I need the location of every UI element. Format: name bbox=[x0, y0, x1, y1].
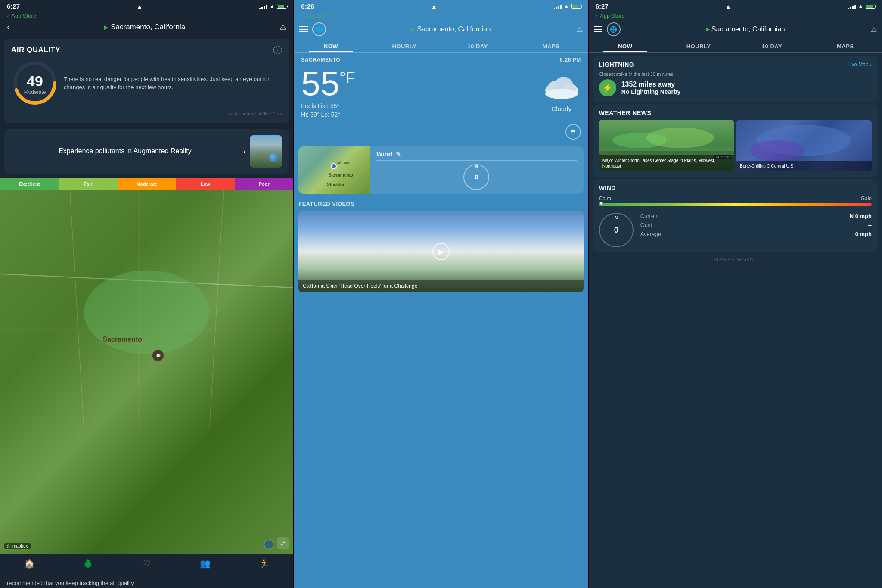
ar-text: Experience pollutants in Augmented Reali… bbox=[11, 146, 239, 156]
average-stat-row: Average 0 mph bbox=[640, 231, 872, 237]
wind-bar-wrap bbox=[599, 203, 872, 206]
nav-activity[interactable]: 🏃 bbox=[235, 558, 293, 569]
live-map-link[interactable]: Live Map › bbox=[848, 62, 872, 68]
news-title: WEATHER NEWS bbox=[599, 109, 872, 116]
tab-10day-3[interactable]: 10 DAY bbox=[735, 40, 808, 52]
gust-label: Gust bbox=[640, 222, 652, 228]
wind-compass: N 0 bbox=[599, 213, 634, 247]
svg-line-6 bbox=[210, 190, 224, 428]
alert-icon-3[interactable]: ⚠ bbox=[871, 25, 877, 34]
lightning-info: 1352 miles away No Lightning Nearby bbox=[621, 81, 681, 95]
tab-maps-3[interactable]: MAPS bbox=[809, 40, 882, 52]
nav-nature[interactable]: 🌲 bbox=[59, 558, 117, 569]
bottom-nav: 🏠 🌲 ♡ 👥 🏃 bbox=[0, 554, 293, 577]
hamburger-menu[interactable] bbox=[299, 26, 308, 32]
map-section[interactable]: Sacramento 49 ⤢ ◎ mapbox i bbox=[0, 190, 293, 554]
weather-logo-3: 🌐 bbox=[607, 22, 621, 36]
mini-map-stockton: Stockton bbox=[327, 182, 345, 187]
seg-moderate: Moderate bbox=[118, 178, 176, 190]
mapbox-icon: ◎ bbox=[7, 544, 11, 548]
tab-hourly[interactable]: HOURLY bbox=[368, 40, 441, 52]
lightning-header: LIGHTNING Live Map › bbox=[599, 61, 872, 68]
hamburger-menu-3[interactable] bbox=[594, 26, 602, 32]
signal-icon-2 bbox=[554, 4, 562, 9]
back-button-1[interactable]: ‹ bbox=[7, 23, 9, 32]
svg-line-5 bbox=[70, 190, 84, 428]
aq-description: There is no real danger for people with … bbox=[64, 75, 282, 92]
nav-tabs-3: NOW HOURLY 10 DAY MAPS bbox=[589, 40, 882, 53]
compass-north: N bbox=[475, 164, 478, 169]
wind-card-title: WIND bbox=[599, 184, 872, 191]
wind-label: Wind bbox=[376, 150, 392, 158]
news-img-2[interactable]: Bone-Chilling C Central U.S. bbox=[736, 120, 872, 171]
ar-thumb bbox=[250, 135, 282, 168]
average-value: 0 mph bbox=[855, 231, 872, 237]
screen-air-quality: 6:27 ▲ ▲ ‹ App Store ‹ bbox=[0, 0, 293, 588]
tab-hourly-3[interactable]: HOURLY bbox=[662, 40, 735, 52]
app-store-label-3[interactable]: App Store bbox=[600, 12, 625, 19]
location-pin-3: ▶ bbox=[706, 26, 710, 32]
advertisement-label: ADVERTISEMENT bbox=[589, 257, 882, 262]
map-info-button[interactable]: i bbox=[264, 540, 273, 549]
back-icon-2[interactable]: ‹ bbox=[301, 12, 303, 19]
ar-chevron-icon: › bbox=[243, 148, 245, 156]
lightning-content: ⚡ 1352 miles away No Lightning Nearby bbox=[599, 79, 872, 96]
status-bar-1: 6:27 ▲ ▲ bbox=[0, 0, 293, 12]
map-roads-svg bbox=[0, 190, 293, 428]
ar-card[interactable]: Experience pollutants in Augmented Reali… bbox=[4, 129, 289, 174]
aq-title-row: AIR QUALITY i bbox=[11, 46, 282, 54]
battery-icon-2 bbox=[571, 4, 581, 9]
nav-social[interactable]: 👥 bbox=[176, 558, 235, 569]
nav-home[interactable]: 🏠 bbox=[0, 558, 59, 569]
wifi-icon-2: ▲ bbox=[564, 3, 569, 9]
list-view-button[interactable]: ≡ bbox=[565, 124, 581, 140]
tab-now[interactable]: NOW bbox=[294, 40, 367, 52]
screen-weather-details: 6:27 ▲ ▲ ‹ App Store bbox=[589, 0, 882, 588]
nav-tabs-2: NOW HOURLY 10 DAY MAPS bbox=[294, 40, 587, 53]
temp-value: 55 bbox=[301, 64, 339, 103]
app-store-label-2[interactable]: App Store bbox=[306, 12, 331, 19]
edit-icon[interactable]: ✎ bbox=[396, 151, 401, 158]
back-icon-1[interactable]: ‹ bbox=[7, 12, 9, 19]
time-3: 6:27 bbox=[596, 3, 609, 10]
map-background: Sacramento 49 ⤢ ◎ mapbox i bbox=[0, 190, 293, 554]
wifi-icon-3: ▲ bbox=[858, 3, 863, 9]
status-bar-3: 6:27 ▲ ▲ bbox=[589, 0, 882, 12]
tab-10day[interactable]: 10 DAY bbox=[441, 40, 514, 52]
video-thumbnail[interactable]: ▶ California Skier 'Head Over Heels' for… bbox=[298, 211, 583, 292]
map-city-label: Sacramento bbox=[102, 336, 142, 343]
location-arrow-expand[interactable]: › bbox=[489, 25, 491, 33]
compass-value: 0 bbox=[475, 174, 478, 180]
app-store-label-1[interactable]: App Store bbox=[11, 12, 36, 19]
weather-controls: ≡ bbox=[294, 121, 587, 143]
location-arrow-2: ▲ bbox=[431, 3, 437, 10]
time-1: 6:27 bbox=[7, 3, 20, 10]
wind-stats: Current N 0 mph Gust -- Average 0 mph bbox=[640, 213, 872, 237]
ar-city-image bbox=[250, 135, 282, 168]
mini-map-folsom: Folsom bbox=[335, 161, 349, 165]
average-label: Average bbox=[640, 231, 661, 237]
back-icon-3[interactable]: ‹ bbox=[596, 12, 597, 19]
weather-news-card: WEATHER NEWS 🌤 Weath Major Winter Storm … bbox=[593, 104, 878, 177]
alert-icon-1[interactable]: ⚠ bbox=[280, 22, 286, 32]
cloud-icon-wrap: Cloudy bbox=[542, 72, 581, 112]
bottom-text-1: recommended that you keep tracking the a… bbox=[0, 577, 293, 588]
app-store-bar-3: ‹ App Store bbox=[589, 12, 882, 21]
nav-location-3: ▶ Sacramento, California › bbox=[625, 25, 866, 33]
current-stat-row: Current N 0 mph bbox=[640, 213, 872, 219]
aq-info-icon[interactable]: i bbox=[273, 46, 282, 54]
tab-now-3[interactable]: NOW bbox=[589, 40, 662, 52]
alert-icon-2[interactable]: ⚠ bbox=[577, 25, 583, 34]
tab-maps[interactable]: MAPS bbox=[514, 40, 587, 52]
feels-like: Feels Like 55° bbox=[301, 103, 355, 109]
nav-health[interactable]: ♡ bbox=[118, 558, 176, 569]
location-arrow-expand-3[interactable]: › bbox=[783, 25, 786, 33]
seg-low: Low bbox=[176, 178, 235, 190]
map-expand-button[interactable]: ⤢ bbox=[277, 537, 289, 549]
status-icons-1: ▲ bbox=[259, 3, 286, 9]
weather-main: SACRAMENTO 6:26 PM 55°F Feels Like 55° H… bbox=[294, 53, 587, 121]
play-button[interactable]: ▶ bbox=[432, 243, 450, 260]
news-img-1[interactable]: 🌤 Weath Major Winter Storm Takes Center … bbox=[599, 120, 734, 171]
weather-location-time: SACRAMENTO 6:26 PM bbox=[301, 57, 581, 63]
compass-circle: N 0 bbox=[463, 164, 489, 190]
